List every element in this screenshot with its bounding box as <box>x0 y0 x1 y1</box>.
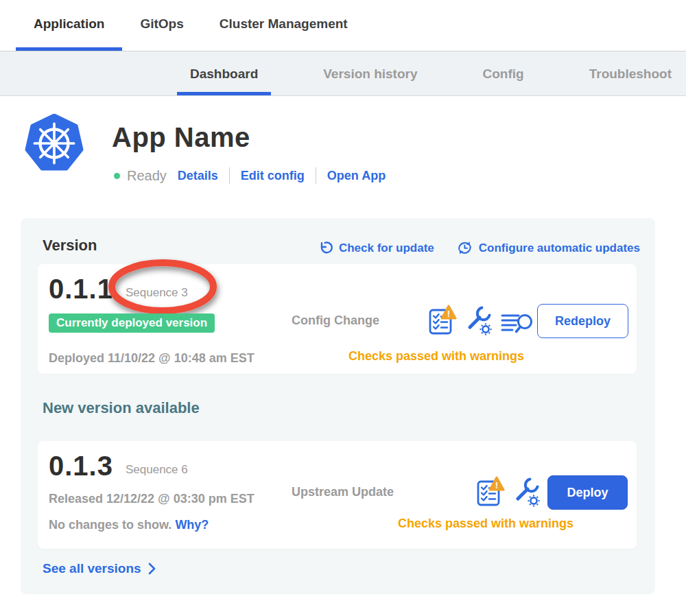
version-panel: Version Check for update Configure autom… <box>21 218 655 594</box>
preflight-checks-warning-icon[interactable]: ! <box>477 476 505 507</box>
why-link[interactable]: Why? <box>175 518 209 532</box>
see-all-versions-label: See all versions <box>43 561 141 576</box>
status-ready-dot <box>114 173 120 179</box>
deploy-button[interactable]: Deploy <box>547 475 628 510</box>
app-sub-nav: Dashboard Version history Config Trouble… <box>0 51 686 96</box>
source-type-label: Upstream Update <box>292 485 394 499</box>
status-badge: Ready <box>127 168 167 184</box>
diff-summary: No changes to show. Why? <box>49 518 209 532</box>
check-for-update-label: Check for update <box>339 241 434 255</box>
version-panel-actions: Check for update Configure automatic upd… <box>318 240 640 256</box>
new-version-sequence: Sequence 6 <box>126 463 188 477</box>
edit-config-link[interactable]: Edit config <box>241 169 305 183</box>
new-version-heading: New version available <box>43 399 200 417</box>
release-notes-search-icon[interactable] <box>501 312 534 335</box>
config-wrench-icon[interactable] <box>466 305 492 335</box>
tab-dashboard[interactable]: Dashboard <box>177 51 271 95</box>
current-version-sequence: Sequence 3 <box>126 286 188 300</box>
tab-config[interactable]: Config <box>470 51 537 95</box>
check-for-update-button[interactable]: Check for update <box>318 240 434 256</box>
tab-application[interactable]: Application <box>16 0 122 51</box>
new-version-card: 0.1.3 Sequence 6 Released 12/12/22 @ 03:… <box>38 441 637 549</box>
app-status-row: Ready Details Edit config Open App <box>114 166 386 185</box>
kubernetes-logo-icon <box>25 114 84 173</box>
preflight-status-text: Checks passed with warnings <box>398 517 573 531</box>
version-panel-title: Version <box>43 237 97 254</box>
configure-automatic-updates-label: Configure automatic updates <box>479 241 640 255</box>
source-type-label: Config Change <box>292 313 379 328</box>
deployed-timestamp: Deployed 11/10/22 @ 10:48 am EST <box>49 351 255 366</box>
svg-text:!: ! <box>447 309 450 319</box>
currently-deployed-badge: Currently deployed version <box>49 313 215 333</box>
divider <box>316 167 316 184</box>
tab-cluster-management[interactable]: Cluster Management <box>202 0 366 51</box>
clock-refresh-icon <box>457 240 473 256</box>
admin-console-screen: Application GitOps Cluster Management Da… <box>0 0 686 616</box>
version-action-icons: ! <box>477 474 540 507</box>
config-wrench-icon[interactable] <box>514 477 540 507</box>
see-all-versions-link[interactable]: See all versions <box>43 561 156 576</box>
tab-troubleshoot[interactable]: Troubleshoot <box>576 51 685 95</box>
tab-gitops[interactable]: GitOps <box>122 0 201 51</box>
tab-version-history[interactable]: Version history <box>310 51 430 95</box>
diff-summary-text: No changes to show. <box>49 518 172 532</box>
current-version-number: 0.1.1 <box>49 274 113 305</box>
top-nav: Application GitOps Cluster Management <box>0 0 686 51</box>
divider <box>229 167 230 184</box>
new-version-number: 0.1.3 <box>49 451 113 482</box>
current-version-card: 0.1.1 Sequence 3 Currently deployed vers… <box>38 264 637 374</box>
preflight-checks-warning-icon[interactable]: ! <box>429 305 457 335</box>
configure-automatic-updates-button[interactable]: Configure automatic updates <box>457 240 640 256</box>
version-action-icons: ! <box>429 303 534 335</box>
page-title: App Name <box>112 122 250 153</box>
chevron-right-icon <box>148 562 156 575</box>
svg-text:!: ! <box>495 480 498 490</box>
refresh-icon <box>318 241 333 255</box>
details-link[interactable]: Details <box>178 169 218 183</box>
released-timestamp: Released 12/12/22 @ 03:30 pm EST <box>49 492 255 506</box>
preflight-status-text: Checks passed with warnings <box>348 349 524 364</box>
open-app-link[interactable]: Open App <box>327 169 386 183</box>
redeploy-button[interactable]: Redeploy <box>537 304 628 338</box>
